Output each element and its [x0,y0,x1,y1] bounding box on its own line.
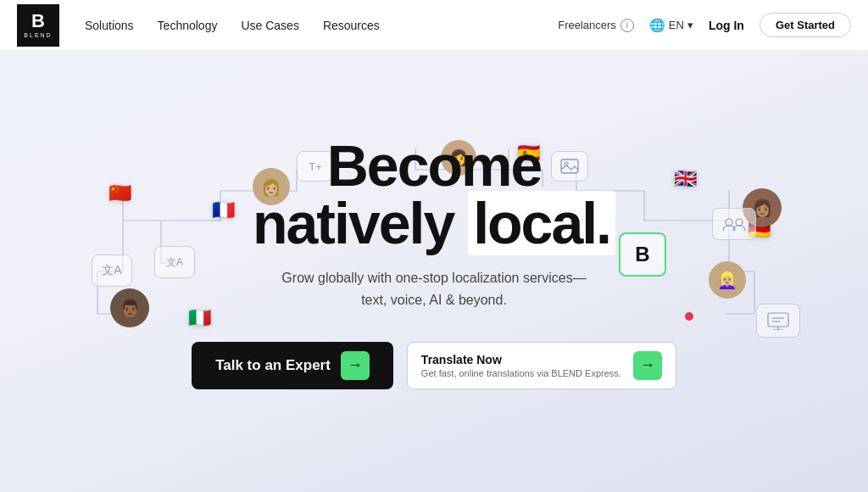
hero-title-line2: natively local. [192,194,676,252]
chinese-flag: 🇨🇳 [108,182,131,204]
svg-point-3 [736,219,743,226]
translate-icon-box-left2: 文A [154,246,195,278]
presentation-icon-box [756,304,800,338]
freelancers-link[interactable]: Freelancers i [558,19,634,32]
translate-icon-box-left: 文A [92,254,132,287]
talk-to-expert-button[interactable]: Talk to an Expert → [192,342,393,389]
language-selector[interactable]: 🌐 EN ▾ [649,18,693,33]
translate-subtitle: Get fast, online translations via BLEND … [421,368,621,378]
hero-content: Become natively local. Grow globally wit… [192,137,676,389]
logo-letter: B [31,12,45,31]
info-icon[interactable]: i [620,19,634,32]
navbar: B BLEND Solutions Technology Use Cases R… [0,0,868,51]
login-button[interactable]: Log In [709,19,744,32]
hero-title-line1: Become [192,137,676,194]
translate-title: Translate Now [421,353,621,366]
hero-subtitle: Grow globally with one-stop localization… [192,267,676,310]
nav-technology[interactable]: Technology [158,19,218,32]
hero-section: .line { stroke: #bbbfd8; stroke-width: 1… [0,51,868,492]
translate-button-text: Translate Now Get fast, online translati… [421,353,621,378]
svg-rect-4 [768,313,788,327]
nav-resources[interactable]: Resources [323,19,380,32]
hero-cta-group: Talk to an Expert → Translate Now Get fa… [192,342,676,389]
nav-links: Solutions Technology Use Cases Resources [85,19,558,32]
hero-title-highlight: local. [468,191,615,255]
translate-arrow-icon: → [633,351,662,380]
nav-use-cases[interactable]: Use Cases [241,19,298,32]
expert-arrow-icon: → [341,351,370,380]
translate-now-button[interactable]: Translate Now Get fast, online translati… [407,342,676,389]
persons-icon-box [712,208,756,240]
nav-solutions[interactable]: Solutions [85,19,134,32]
avatar-left: 👨🏾 [110,288,149,327]
red-dot-indicator [685,312,693,321]
globe-icon: 🌐 [649,18,665,33]
hero-title: Become natively local. [192,137,676,252]
avatar-right-bottom: 👱🏼‍♀️ [709,261,746,299]
uk-flag: 🇬🇧 [674,168,697,190]
chevron-down-icon: ▾ [687,19,693,31]
nav-right: Freelancers i 🌐 EN ▾ Log In Get Started [558,13,851,37]
logo[interactable]: B BLEND [17,4,59,47]
logo-text: BLEND [24,32,52,38]
get-started-button[interactable]: Get Started [760,13,851,37]
svg-point-2 [726,219,732,226]
